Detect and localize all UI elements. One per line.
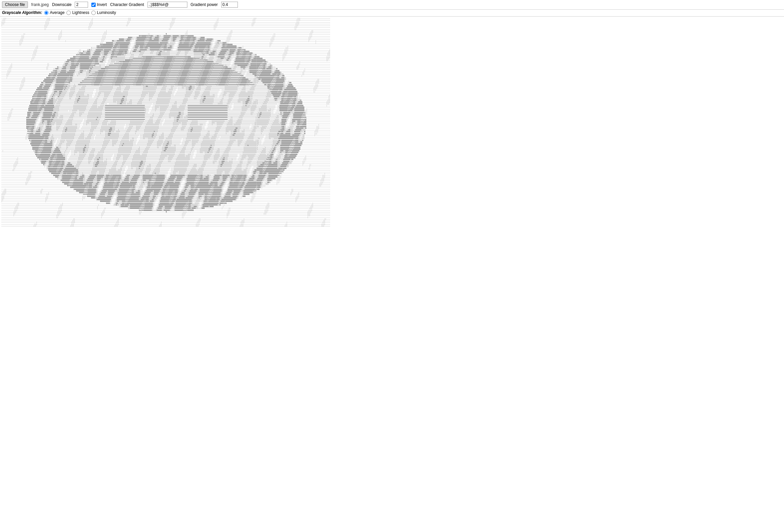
downscale-label: Downscale xyxy=(52,2,72,7)
invert-checkbox[interactable] xyxy=(91,3,96,7)
invert-label: Invert xyxy=(91,2,107,7)
filename-display: frank.jpeg xyxy=(31,2,49,7)
downscale-input[interactable] xyxy=(75,2,88,8)
invert-text: Invert xyxy=(97,2,107,7)
grayscale-luminosity-label: Luminosity xyxy=(97,10,116,15)
gradient-power-label: Gradient power xyxy=(191,2,218,7)
grayscale-bar: Grayscale Algorithm: Average Lightness L… xyxy=(0,10,784,17)
ascii-container: ..;;;...................................… xyxy=(0,17,784,229)
grayscale-lightness-radio[interactable] xyxy=(66,11,71,15)
choose-file-button[interactable]: Choose file xyxy=(2,1,28,8)
grayscale-algorithm-label: Grayscale Algorithm: xyxy=(2,10,42,15)
ascii-output: ..;;;...................................… xyxy=(0,17,784,229)
grayscale-average-radio[interactable] xyxy=(44,11,49,15)
grayscale-average-option[interactable]: Average xyxy=(44,10,64,15)
toolbar: Choose file frank.jpeg Downscale Invert … xyxy=(0,0,784,10)
grayscale-average-label: Average xyxy=(50,10,64,15)
grayscale-luminosity-option[interactable]: Luminosity xyxy=(91,10,116,15)
character-gradient-input[interactable] xyxy=(147,2,187,8)
grayscale-luminosity-radio[interactable] xyxy=(91,11,96,15)
gradient-power-input[interactable] xyxy=(221,2,238,8)
grayscale-lightness-option[interactable]: Lightness xyxy=(66,10,89,15)
grayscale-lightness-label: Lightness xyxy=(72,10,89,15)
character-gradient-label: Character Gradient xyxy=(110,2,144,7)
